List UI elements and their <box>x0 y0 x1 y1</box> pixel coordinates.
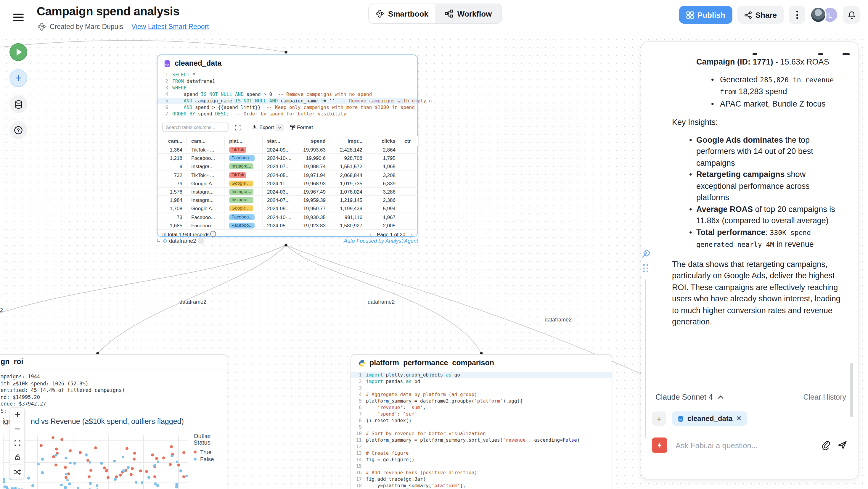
code-line[interactable]: 5platform_summary = dataframe2.groupby('… <box>351 398 612 404</box>
table-cell[interactable]: 73 <box>157 213 187 221</box>
table-cell[interactable]: 1,708 <box>157 205 187 213</box>
table-cell[interactable] <box>400 171 418 179</box>
search-table-columns-input[interactable] <box>162 123 228 132</box>
output-drag-handle[interactable]: ⋮ <box>198 237 204 244</box>
code-line[interactable]: 18 y=platform_summary['platform'], <box>351 483 612 489</box>
table-cell[interactable]: 1,580,927 <box>330 221 367 230</box>
table-cell[interactable]: 2,386 <box>367 196 400 204</box>
table-cell[interactable]: 5,994 <box>367 205 400 213</box>
code-line[interactable]: 2FROM dataframe1 <box>157 78 417 85</box>
table-cell[interactable]: 19,959.39 <box>297 196 330 204</box>
table-cell[interactable]: TikTok <box>225 171 263 179</box>
table-cell[interactable]: 2024-05... <box>263 221 297 230</box>
table-cell[interactable]: 2,428,142 <box>330 146 367 154</box>
table-cell[interactable]: 1,364 <box>157 146 187 154</box>
table-cell[interactable]: 2024-11-... <box>263 179 297 188</box>
lock-axes-button[interactable] <box>10 451 24 465</box>
autoscale-button[interactable] <box>10 436 24 451</box>
table-cell[interactable]: Google ... <box>225 205 263 213</box>
code-line[interactable]: 2import pandas as pd <box>351 378 612 385</box>
table-cell[interactable]: Faceboo... <box>225 154 263 162</box>
table-cell[interactable]: Google A... <box>187 205 225 213</box>
zoom-in-button[interactable] <box>10 408 24 422</box>
code-line[interactable]: 1import plotly.graph_objects as go <box>351 372 612 378</box>
table-cell[interactable]: 2024-07... <box>263 162 297 171</box>
sql-editor[interactable]: 1SELECT *2FROM dataframe13WHERE4 spend I… <box>157 72 417 117</box>
table-cell[interactable]: 79 <box>157 179 187 188</box>
table-cell[interactable]: 732 <box>157 171 187 179</box>
column-header[interactable]: impr... <box>330 136 367 146</box>
code-line[interactable]: 14fig = go.Figure() <box>351 456 612 463</box>
tab-smartbook[interactable]: Smartbook <box>369 4 435 23</box>
table-cell[interactable]: 2024-09... <box>263 146 297 154</box>
table-cell[interactable]: 2024-09... <box>263 205 297 213</box>
table-cell[interactable]: 19,968.93 <box>297 179 330 188</box>
code-line[interactable]: 6 'revenue': 'sum', <box>351 404 612 411</box>
context-chip-cleaned-data[interactable]: SQL cleaned_data ✕ <box>672 411 747 426</box>
model-selector[interactable]: Claude Sonnet 4 <box>655 393 723 401</box>
hamburger-menu-icon[interactable] <box>13 13 24 21</box>
table-cell[interactable]: 19,990.6 <box>297 154 330 162</box>
legend-item-false[interactable]: False <box>194 455 227 462</box>
table-cell[interactable]: 2024-10-... <box>263 213 297 221</box>
info-icon[interactable]: i <box>210 231 216 237</box>
avatar[interactable] <box>810 6 827 23</box>
table-cell[interactable]: Instagra... <box>225 162 263 171</box>
export-button[interactable]: Export <box>252 123 283 131</box>
chat-input[interactable] <box>674 440 814 450</box>
notifications-button[interactable] <box>843 6 860 24</box>
table-cell[interactable]: Faceboo... <box>187 154 225 162</box>
code-line[interactable]: 7ORDER BY spend DESC; -- Order by spend … <box>157 111 417 117</box>
remove-chip-icon[interactable]: ✕ <box>736 415 742 423</box>
table-cell[interactable] <box>400 146 418 154</box>
code-line[interactable]: 17fig.add_trace(go.Bar( <box>351 476 612 483</box>
view-latest-smart-report-link[interactable]: View Latest Smart Report <box>131 23 209 30</box>
table-cell[interactable]: 1,218 <box>157 154 187 162</box>
more-options-button[interactable] <box>789 6 805 24</box>
column-header[interactable]: spend <box>297 136 330 146</box>
table-cell[interactable]: Instagra... <box>187 162 225 171</box>
add-context-button[interactable]: + <box>652 411 666 426</box>
table-cell[interactable]: Faceboo... <box>225 221 263 230</box>
send-button[interactable] <box>837 440 847 450</box>
table-cell[interactable]: 1,578 <box>157 188 187 196</box>
table-cell[interactable] <box>400 179 418 188</box>
code-line[interactable]: 15 <box>351 463 612 469</box>
table-cell[interactable]: 1,967 <box>367 213 400 221</box>
table-cell[interactable] <box>400 213 418 221</box>
column-header[interactable]: cam... <box>157 136 187 146</box>
code-line[interactable]: 1SELECT * <box>157 72 417 78</box>
table-cell[interactable]: 1,219,145 <box>330 196 367 204</box>
column-header[interactable]: cam... <box>187 136 225 146</box>
table-cell[interactable]: 9 <box>157 162 187 171</box>
table-cell[interactable]: 1,078,024 <box>330 188 367 196</box>
table-cell[interactable] <box>400 154 418 162</box>
table-cell[interactable]: 1,795 <box>367 154 400 162</box>
next-page-button[interactable]: › <box>411 232 413 238</box>
add-node-button[interactable]: + <box>9 69 27 87</box>
code-line[interactable]: 3WHERE <box>157 85 417 91</box>
expand-table-icon[interactable] <box>235 124 241 130</box>
table-cell[interactable]: 991,116 <box>330 213 367 221</box>
help-button[interactable]: ? <box>9 121 27 139</box>
table-cell[interactable]: Faceboo... <box>187 213 225 221</box>
node-campaign-roi[interactable]: gn_roi mpaigns: 1944ith ≥$10k spend: 102… <box>0 354 227 489</box>
run-workflow-button[interactable] <box>9 43 27 61</box>
table-cell[interactable]: 2,068,844 <box>330 171 367 179</box>
table-cell[interactable]: 928,708 <box>330 154 367 162</box>
output-dataframe-label[interactable]: dataframe2 <box>169 238 196 244</box>
table-cell[interactable]: 19,930.35 <box>297 213 330 221</box>
table-cell[interactable]: Faceboo... <box>187 221 225 230</box>
table-cell[interactable]: 1,685 <box>157 221 187 230</box>
table-cell[interactable]: 1,551,572 <box>330 162 367 171</box>
attach-file-button[interactable] <box>821 440 830 450</box>
table-cell[interactable]: 19,988.74 <box>297 162 330 171</box>
export-dropdown-chevron[interactable] <box>276 123 283 131</box>
column-header[interactable]: ctr <box>400 136 418 146</box>
code-line[interactable]: 8}).reset_index() <box>351 417 612 424</box>
code-line[interactable]: 12 <box>351 444 612 450</box>
clear-history-button[interactable]: Clear History <box>803 393 846 401</box>
table-cell[interactable]: 3,208 <box>367 171 400 179</box>
table-cell[interactable]: 19,967.49 <box>297 188 330 196</box>
publish-button[interactable]: Publish <box>679 6 733 24</box>
